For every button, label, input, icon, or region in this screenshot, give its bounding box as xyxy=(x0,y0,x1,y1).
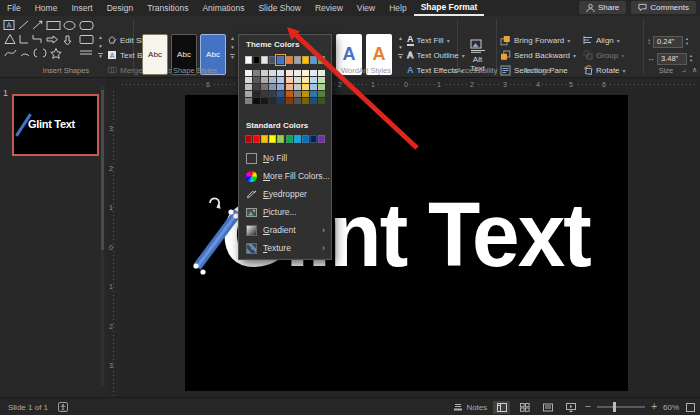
theme-variant-swatch[interactable] xyxy=(302,84,309,90)
theme-variant-swatch[interactable] xyxy=(318,70,325,76)
standard-color-swatch[interactable] xyxy=(277,135,284,143)
theme-variant-swatch[interactable] xyxy=(261,77,268,83)
zoom-out-button[interactable]: − xyxy=(585,402,591,412)
menu-tab-home[interactable]: Home xyxy=(28,0,65,16)
dialog-launcher-icon[interactable]: ⌐ xyxy=(452,68,456,75)
theme-variant-swatch[interactable] xyxy=(310,84,317,90)
theme-color-swatch[interactable] xyxy=(310,56,317,64)
theme-variant-swatch[interactable] xyxy=(277,91,284,97)
theme-variant-swatch[interactable] xyxy=(277,77,284,83)
shape-styles-scroll[interactable]: ▲ ▼ ▼ xyxy=(228,36,237,60)
standard-color-swatch[interactable] xyxy=(261,135,268,143)
theme-variant-swatch[interactable] xyxy=(261,91,268,97)
text-fill-button[interactable]: A Text Fill▾ xyxy=(407,33,450,47)
normal-view-button[interactable] xyxy=(493,401,510,414)
theme-variant-swatch[interactable] xyxy=(310,98,317,104)
picture-item[interactable]: Picture... xyxy=(239,203,331,221)
fit-to-window-icon[interactable] xyxy=(685,402,696,413)
theme-variant-swatch[interactable] xyxy=(302,70,309,76)
eyedropper-item[interactable]: Eyedropper xyxy=(239,185,331,203)
theme-color-swatch[interactable] xyxy=(269,56,276,64)
theme-variant-swatch[interactable] xyxy=(318,77,325,83)
theme-variant-swatch[interactable] xyxy=(286,91,293,97)
menu-tab-review[interactable]: Review xyxy=(308,0,350,16)
shape-style-preset-1[interactable]: Abc xyxy=(142,34,168,75)
shape-height-input[interactable]: 0.24" xyxy=(653,36,683,48)
menu-tab-animations[interactable]: Animations xyxy=(195,0,251,16)
standard-color-swatch[interactable] xyxy=(286,135,293,143)
gallery-more-icon[interactable]: ▼ xyxy=(230,54,235,60)
theme-variant-swatch[interactable] xyxy=(245,98,252,104)
theme-variant-swatch[interactable] xyxy=(253,77,260,83)
step-down-icon[interactable]: ▼ xyxy=(685,42,689,46)
theme-color-swatch[interactable] xyxy=(277,56,284,64)
zoom-slider[interactable] xyxy=(597,406,645,408)
height-stepper[interactable]: ▲▼ xyxy=(685,37,689,46)
theme-variant-swatch[interactable] xyxy=(302,77,309,83)
theme-variant-swatch[interactable] xyxy=(318,84,325,90)
more-fill-colors-item[interactable]: More Fill Colors... xyxy=(239,167,331,185)
theme-variant-swatch[interactable] xyxy=(261,70,268,76)
theme-variant-swatch[interactable] xyxy=(310,70,317,76)
align-button[interactable]: Align▾ xyxy=(583,33,620,47)
theme-variant-swatch[interactable] xyxy=(253,98,260,104)
slide-sorter-view-button[interactable] xyxy=(516,401,533,414)
step-down-icon[interactable]: ▼ xyxy=(689,59,693,63)
zoom-slider-thumb[interactable] xyxy=(613,402,616,412)
scroll-down-icon[interactable]: ▼ xyxy=(398,45,403,50)
theme-variant-swatch[interactable] xyxy=(277,98,284,104)
theme-variant-swatch[interactable] xyxy=(318,91,325,97)
zoom-level[interactable]: 60% xyxy=(663,403,679,412)
thumbnail-panel-scrollbar[interactable] xyxy=(101,86,104,386)
theme-color-swatch[interactable] xyxy=(294,56,301,64)
theme-variant-swatch[interactable] xyxy=(286,84,293,90)
send-backward-button[interactable]: Send Backward▾ xyxy=(500,48,576,62)
standard-color-swatch[interactable] xyxy=(269,135,276,143)
theme-variant-swatch[interactable] xyxy=(245,70,252,76)
theme-variant-swatch[interactable] xyxy=(286,77,293,83)
shapes-row-3-icons[interactable] xyxy=(3,46,95,60)
scroll-down-icon[interactable]: ▼ xyxy=(230,45,235,50)
comments-button[interactable]: Comments xyxy=(631,1,696,14)
rotate-button[interactable]: Rotate▾ xyxy=(583,63,626,77)
menu-tab-file[interactable]: File xyxy=(0,0,28,16)
theme-variant-swatch[interactable] xyxy=(269,84,276,90)
reading-view-button[interactable] xyxy=(539,401,556,414)
gradient-item[interactable]: Gradient › xyxy=(239,221,331,239)
gallery-more-icon[interactable]: ▼ xyxy=(98,53,103,59)
theme-color-swatch[interactable] xyxy=(253,56,260,64)
theme-color-swatch[interactable] xyxy=(261,56,268,64)
theme-variant-swatch[interactable] xyxy=(310,91,317,97)
standard-color-swatch[interactable] xyxy=(253,135,260,143)
theme-variant-swatch[interactable] xyxy=(245,91,252,97)
theme-variant-swatch[interactable] xyxy=(318,98,325,104)
scroll-down-icon[interactable]: ▼ xyxy=(98,44,103,49)
zoom-in-button[interactable]: + xyxy=(651,402,657,412)
theme-color-swatch[interactable] xyxy=(318,56,325,64)
gallery-more-icon[interactable]: ▼ xyxy=(398,54,403,60)
scroll-up-icon[interactable]: ▲ xyxy=(98,35,103,40)
theme-variant-swatch[interactable] xyxy=(245,84,252,90)
shapes-row-1-icons[interactable] xyxy=(3,18,95,32)
standard-color-swatch[interactable] xyxy=(310,135,317,143)
theme-variant-swatch[interactable] xyxy=(277,70,284,76)
theme-color-swatch[interactable] xyxy=(245,56,252,64)
bring-forward-button[interactable]: Bring Forward▾ xyxy=(500,33,570,47)
menu-tab-insert[interactable]: Insert xyxy=(64,0,99,16)
standard-color-swatch[interactable] xyxy=(245,135,252,143)
menu-tab-slide-show[interactable]: Slide Show xyxy=(251,0,308,16)
notes-button[interactable]: Notes xyxy=(453,403,487,412)
theme-variant-swatch[interactable] xyxy=(269,98,276,104)
theme-variant-swatch[interactable] xyxy=(302,91,309,97)
theme-variant-swatch[interactable] xyxy=(253,70,260,76)
width-stepper[interactable]: ▲▼ xyxy=(689,54,693,63)
slide-thumbnail[interactable]: Glint Text xyxy=(12,94,99,156)
group-button[interactable]: Group▾ xyxy=(583,48,624,62)
theme-variant-swatch[interactable] xyxy=(310,77,317,83)
theme-variant-swatch[interactable] xyxy=(277,84,284,90)
slideshow-view-button[interactable] xyxy=(562,401,579,414)
shapes-row-2-icons[interactable] xyxy=(3,32,95,46)
share-button[interactable]: Share xyxy=(579,1,626,14)
theme-variant-swatch[interactable] xyxy=(286,70,293,76)
theme-variant-swatch[interactable] xyxy=(269,77,276,83)
